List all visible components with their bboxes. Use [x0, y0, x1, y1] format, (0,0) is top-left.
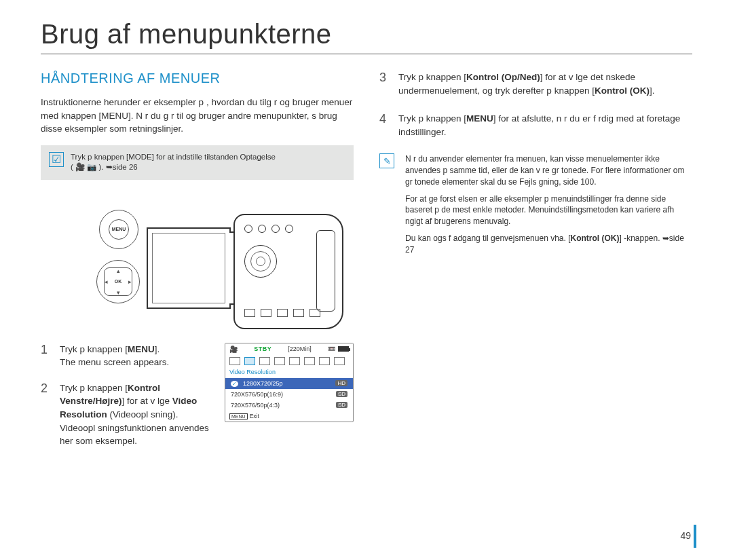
lcd-exit-label: Exit — [250, 413, 259, 419]
camcorder-main-body — [233, 214, 343, 329]
step-3-text-e: ]. — [650, 86, 655, 96]
lcd-item-2-badge: SD — [336, 391, 347, 397]
step-3-text-a: Tryk p knappen [ — [398, 72, 466, 82]
arrow-up-icon: ▴ — [117, 267, 120, 274]
step-1-bold: MENU — [128, 344, 155, 354]
step-4-bold: MENU — [466, 113, 493, 124]
section-heading: HÅNDTERING AF MENUER — [41, 71, 354, 86]
info-note-box: ✎ N r du anvender elementer fra menuen, … — [379, 153, 692, 261]
lcd-item-3-label: 720X576/50p(4:3) — [231, 402, 280, 409]
page-number-accent — [694, 525, 696, 548]
page-title: Brug af menupunkterne — [41, 19, 692, 54]
lcd-battery-icon: 📼 — [328, 346, 349, 352]
lcd-item-2: 720X576/50p(16:9) SD — [225, 389, 353, 400]
arrow-right-icon: ▸ — [128, 278, 132, 285]
lcd-item-1-badge: HD — [335, 380, 347, 386]
check-icon: ☑ — [49, 152, 64, 167]
arrow-down-icon: ▾ — [117, 289, 120, 296]
step-2-text-a: Tryk p knappen [ — [60, 383, 128, 393]
step-2-text-c: ] for at v lge — [122, 396, 172, 406]
lcd-item-3: 720X576/50p(4:3) SD — [225, 400, 353, 411]
step-4: 4 Tryk p knappen [MENU] for at afslutte,… — [379, 112, 692, 138]
step-1-text-c: ]. — [155, 344, 160, 354]
step-3: 3 Tryk p knappen [Kontrol (Op/Ned)] for … — [379, 71, 692, 97]
step-3-number: 3 — [379, 71, 390, 97]
intro-paragraph: Instruktionerne herunder er eksempler p … — [41, 96, 354, 136]
note-paragraph-2: For at ge forst elsen er alle eksempler … — [405, 193, 692, 227]
lcd-exit-row: MENUExit — [225, 411, 353, 422]
step-3-bold-2: Kontrol (OK) — [595, 86, 650, 96]
lcd-time-remaining: [220Min] — [288, 346, 312, 352]
lcd-exit-menu-box: MENU — [229, 413, 248, 419]
lcd-stby-label: STBY — [254, 346, 271, 352]
camcorder-illustration: MENU OK ▴ ▾ ◂ ▸ — [41, 187, 354, 343]
lcd-item-3-badge: SD — [336, 402, 347, 408]
lcd-item-1-label: 1280X720/25p — [243, 380, 283, 387]
note-line2: ( 🎥 📷 ). ➥side 26 — [71, 163, 138, 171]
lcd-item-1: 1280X720/25p HD — [225, 378, 353, 389]
camcorder-body — [147, 214, 343, 329]
mode-note-box: ☑ Tryk p knappen [MODE] for at indstille… — [41, 145, 354, 180]
step-1-sub: The menu screen appears. — [60, 357, 169, 367]
camcorder-speaker — [244, 245, 277, 278]
note-paragraph-3: Du kan ogs f adgang til genvejsmenuen vh… — [405, 233, 692, 256]
lcd-screenshot: 🎥 STBY [220Min] 📼 Video Resolution 1280X… — [225, 343, 354, 422]
lcd-section-title: Video Resolution — [225, 367, 353, 378]
step-3-bold-1: Kontrol (Op/Ned) — [466, 72, 540, 82]
step-4-number: 4 — [379, 112, 390, 138]
step-2-number: 2 — [41, 381, 52, 448]
arrow-left-icon: ◂ — [105, 278, 108, 285]
lcd-item-2-label: 720X576/50p(16:9) — [231, 391, 283, 398]
ok-dpad-callout: OK ▴ ▾ ◂ ▸ — [96, 260, 140, 303]
ok-button-label: OK — [115, 279, 122, 284]
step-4-text-a: Tryk p knappen [ — [398, 113, 466, 124]
pencil-icon: ✎ — [379, 153, 394, 168]
step-1-text-a: Tryk p knappen [ — [60, 344, 128, 354]
note-line1: Tryk p knappen [MODE] for at indstille t… — [71, 153, 276, 161]
step-1: 1 Tryk p knappen [MENU]. The menu screen… — [41, 343, 214, 369]
menu-button-label: MENU — [112, 227, 126, 231]
step-2: 2 Tryk p knappen [Kontrol Venstre/Højre)… — [41, 381, 214, 448]
lcd-resolution-list: 1280X720/25p HD 720X576/50p(16:9) SD 720… — [225, 378, 353, 411]
note-paragraph-1: N r du anvender elementer fra menuen, ka… — [405, 153, 692, 187]
menu-button-callout: MENU — [99, 210, 138, 249]
step-2-text-e: (Videoopl sning). — [107, 409, 178, 419]
step-2-sub: Videoopl sningsfunktionen anvendes her s… — [60, 423, 209, 447]
step-1-number: 1 — [41, 343, 52, 369]
battery-latch — [316, 230, 335, 312]
camcorder-flip-screen — [147, 227, 231, 309]
lcd-tab-row — [225, 355, 353, 367]
port-row — [244, 309, 308, 321]
page-number: 49 — [680, 530, 691, 541]
